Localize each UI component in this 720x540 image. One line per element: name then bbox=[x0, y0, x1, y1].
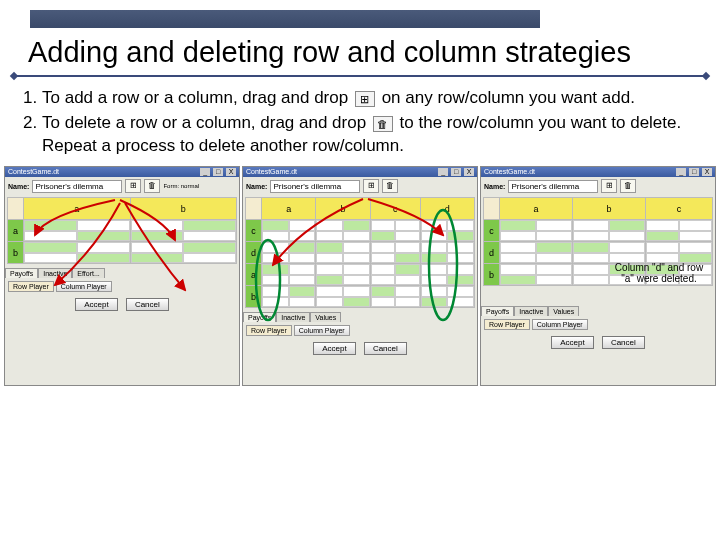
page-title: Adding and deleting row and column strat… bbox=[0, 28, 720, 73]
screenshot-3: ContestGame.dt _ □ X Name: ⊞ 🗑 a b c c bbox=[480, 166, 716, 386]
name-label: Name: bbox=[8, 183, 29, 190]
accept-button[interactable]: Accept bbox=[551, 336, 593, 349]
minimize-button[interactable]: _ bbox=[200, 168, 210, 176]
close-button[interactable]: X bbox=[226, 168, 236, 176]
instruction-list: To add a row or a column, drag and drop … bbox=[0, 77, 720, 166]
step1-text-b: on any row/column you want add. bbox=[382, 88, 635, 107]
step2-text-a: To delete a row or a column, drag and dr… bbox=[42, 113, 371, 132]
tab-effort[interactable]: Effort... bbox=[72, 268, 104, 278]
screenshot-2: ContestGame.dt _ □ X Name: ⊞ 🗑 a b c d c bbox=[242, 166, 478, 386]
row-b[interactable]: b bbox=[484, 264, 500, 286]
col-b[interactable]: b bbox=[573, 198, 646, 220]
row-d[interactable]: d bbox=[484, 242, 500, 264]
col-c[interactable]: c bbox=[370, 198, 420, 220]
minimize-button[interactable]: _ bbox=[438, 168, 448, 176]
instruction-2: To delete a row or a column, drag and dr… bbox=[42, 112, 692, 158]
row-a2[interactable]: a bbox=[246, 264, 262, 286]
accept-button[interactable]: Accept bbox=[75, 298, 117, 311]
window-title-text: ContestGame.dt bbox=[246, 168, 297, 176]
title-underline bbox=[14, 75, 706, 77]
col-b[interactable]: b bbox=[130, 198, 237, 220]
step1-text-a: To add a row or a column, drag and drop bbox=[42, 88, 353, 107]
cancel-button[interactable]: Cancel bbox=[126, 298, 169, 311]
row-d[interactable]: d bbox=[246, 242, 262, 264]
cancel-button[interactable]: Cancel bbox=[602, 336, 645, 349]
tab-inactive[interactable]: Inactive bbox=[38, 268, 72, 278]
column-player-button[interactable]: Column Player bbox=[294, 325, 350, 336]
maximize-button[interactable]: □ bbox=[451, 168, 461, 176]
col-b[interactable]: b bbox=[316, 198, 370, 220]
payoff-grid-1: ab a b bbox=[7, 197, 237, 264]
col-c[interactable]: c bbox=[646, 198, 713, 220]
minimize-button[interactable]: _ bbox=[676, 168, 686, 176]
close-button[interactable]: X bbox=[464, 168, 474, 176]
col-a[interactable]: a bbox=[500, 198, 573, 220]
tab-inactive[interactable]: Inactive bbox=[514, 306, 548, 316]
row-a[interactable]: a bbox=[8, 220, 24, 242]
name-input[interactable] bbox=[270, 180, 360, 193]
name-input[interactable] bbox=[32, 180, 122, 193]
name-label: Name: bbox=[246, 183, 267, 190]
add-strategy-icon[interactable]: ⊞ bbox=[363, 179, 379, 193]
add-strategy-icon[interactable]: ⊞ bbox=[601, 179, 617, 193]
window-title-text: ContestGame.dt bbox=[8, 168, 59, 176]
window-titlebar: ContestGame.dt _ □ X bbox=[481, 167, 715, 177]
delete-strategy-icon[interactable]: 🗑 bbox=[382, 179, 398, 193]
screenshot-1: ContestGame.dt _ □ X Name: ⊞ 🗑 Form: nor… bbox=[4, 166, 240, 386]
add-icon: ⊞ bbox=[355, 91, 375, 107]
col-d[interactable]: d bbox=[420, 198, 474, 220]
screenshots-row: ContestGame.dt _ □ X Name: ⊞ 🗑 Form: nor… bbox=[0, 166, 720, 386]
row-c[interactable]: c bbox=[246, 220, 262, 242]
row-b[interactable]: b bbox=[8, 242, 24, 264]
name-input[interactable] bbox=[508, 180, 598, 193]
delete-strategy-icon[interactable]: 🗑 bbox=[144, 179, 160, 193]
row-c[interactable]: c bbox=[484, 220, 500, 242]
tab-payoffs[interactable]: Payoffs bbox=[481, 306, 514, 316]
window-titlebar: ContestGame.dt _ □ X bbox=[5, 167, 239, 177]
window-title-text: ContestGame.dt bbox=[484, 168, 535, 176]
slide-accent-bar bbox=[30, 10, 540, 28]
row-player-button[interactable]: Row Player bbox=[8, 281, 54, 292]
close-button[interactable]: X bbox=[702, 168, 712, 176]
column-player-button[interactable]: Column Player bbox=[532, 319, 588, 330]
trash-icon: 🗑 bbox=[373, 116, 393, 132]
row-player-button[interactable]: Row Player bbox=[484, 319, 530, 330]
tab-values[interactable]: Values bbox=[548, 306, 579, 316]
tab-payoffs[interactable]: Payoffs bbox=[5, 268, 38, 278]
column-player-button[interactable]: Column Player bbox=[56, 281, 112, 292]
accept-button[interactable]: Accept bbox=[313, 342, 355, 355]
window-titlebar: ContestGame.dt _ □ X bbox=[243, 167, 477, 177]
maximize-button[interactable]: □ bbox=[213, 168, 223, 176]
instruction-1: To add a row or a column, drag and drop … bbox=[42, 87, 692, 110]
annotation-text: Column "d" and row "a" were deleted. bbox=[609, 262, 709, 284]
payoff-grid-2: a b c d c d a bbox=[245, 197, 475, 308]
cancel-button[interactable]: Cancel bbox=[364, 342, 407, 355]
name-label: Name: bbox=[484, 183, 505, 190]
row-player-button[interactable]: Row Player bbox=[246, 325, 292, 336]
tab-inactive[interactable]: Inactive bbox=[276, 312, 310, 322]
row-b2[interactable]: b bbox=[246, 286, 262, 308]
add-strategy-icon[interactable]: ⊞ bbox=[125, 179, 141, 193]
delete-strategy-icon[interactable]: 🗑 bbox=[620, 179, 636, 193]
col-a[interactable]: a bbox=[24, 198, 131, 220]
tab-values[interactable]: Values bbox=[310, 312, 341, 322]
maximize-button[interactable]: □ bbox=[689, 168, 699, 176]
tab-payoffs[interactable]: Payoffs bbox=[243, 312, 276, 322]
col-a[interactable]: a bbox=[262, 198, 316, 220]
form-label: Form: normal bbox=[163, 183, 199, 189]
